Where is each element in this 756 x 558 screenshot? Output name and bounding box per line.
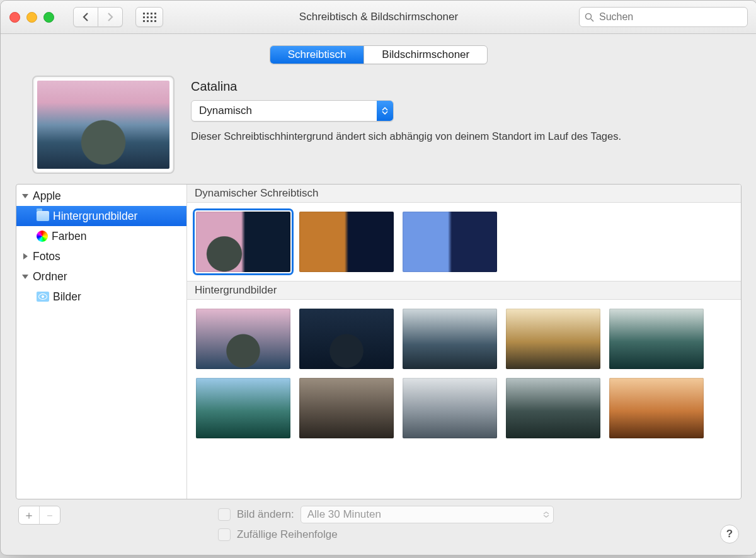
svg-point-0: [586, 13, 592, 19]
zoom-window-button[interactable]: [43, 12, 54, 23]
section-header-dynamic: Dynamischer Schreibtisch: [187, 185, 741, 203]
current-wallpaper-name: Catalina: [191, 79, 734, 94]
sidebar-item-wallpapers[interactable]: Hintergrundbilder: [16, 206, 186, 226]
wallpaper-thumb[interactable]: [299, 378, 394, 438]
popup-stepper-icon: [543, 508, 549, 521]
sidebar-label: Bilder: [53, 290, 81, 304]
sidebar-label: Farben: [52, 230, 86, 243]
search-icon: [585, 13, 594, 22]
sidebar-item-colors[interactable]: Farben: [16, 226, 186, 246]
sidebar-item-pictures[interactable]: Bilder: [16, 287, 186, 307]
wallpaper-thumb[interactable]: [196, 378, 290, 438]
random-order-checkbox[interactable]: [218, 528, 231, 541]
wallpaper-thumb[interactable]: [196, 309, 290, 369]
dynamic-thumbs: [187, 203, 741, 281]
prefs-window: Schreibtisch & Bildschirmschoner Schreib…: [0, 0, 756, 555]
titlebar: Schreibtisch & Bildschirmschoner: [1, 1, 756, 34]
sidebar-group-photos[interactable]: Fotos: [16, 246, 186, 266]
sidebar-group-folders[interactable]: Ordner: [16, 266, 186, 287]
svg-line-1: [591, 19, 593, 21]
forward-button[interactable]: [98, 7, 123, 27]
back-button[interactable]: [73, 7, 98, 27]
change-interval-value: Alle 30 Minuten: [307, 508, 381, 521]
wallpaper-thumb[interactable]: [609, 309, 704, 369]
remove-folder-button[interactable]: －: [39, 506, 60, 524]
grid-icon: [143, 13, 156, 22]
tab-desktop[interactable]: Schreibtisch: [270, 46, 364, 64]
content-area: Schreibtisch Bildschirmschoner Catalina …: [1, 34, 756, 555]
sidebar-label: Apple: [33, 190, 61, 203]
change-picture-checkbox[interactable]: [218, 508, 231, 521]
chevron-right-icon: [106, 13, 114, 21]
svg-marker-3: [23, 253, 28, 259]
chevron-left-icon: [82, 13, 89, 21]
pictures-folder-icon: [37, 292, 49, 302]
wallpaper-thumb[interactable]: [299, 309, 394, 369]
tab-selector: Schreibtisch Bildschirmschoner: [270, 45, 488, 64]
add-remove-folder: ＋ －: [18, 506, 60, 525]
wallpaper-description: Dieser Schreibtischhintergrund ändert si…: [191, 130, 734, 142]
sidebar-label: Hintergrundbilder: [53, 210, 137, 223]
svg-marker-4: [22, 275, 28, 279]
folder-icon: [37, 211, 49, 221]
change-picture-label: Bild ändern:: [237, 508, 294, 521]
current-wallpaper-area: Catalina Dynamisch Dieser Schreibtischhi…: [16, 76, 742, 184]
wallpaper-thumb[interactable]: [609, 378, 704, 438]
still-thumbs: [187, 300, 741, 447]
minimize-window-button[interactable]: [26, 12, 37, 23]
wallpaper-thumb[interactable]: [506, 309, 600, 369]
dynamic-wallpaper-catalina[interactable]: [196, 212, 290, 272]
wallpaper-thumb[interactable]: [403, 378, 497, 438]
wallpaper-thumb[interactable]: [506, 378, 600, 438]
footer-controls: ＋ － Bild ändern: Alle 30 Minuten: [16, 499, 742, 544]
sidebar-label: Fotos: [33, 250, 60, 263]
popup-stepper-icon: [377, 101, 393, 121]
disclosure-down-icon: [21, 273, 29, 280]
appearance-mode-popup[interactable]: Dynamisch: [191, 100, 394, 122]
color-wheel-icon: [37, 231, 48, 242]
change-interval-popup[interactable]: Alle 30 Minuten: [301, 506, 554, 523]
wallpaper-thumb[interactable]: [403, 309, 497, 369]
add-folder-button[interactable]: ＋: [19, 506, 39, 524]
svg-marker-2: [22, 194, 28, 198]
dynamic-wallpaper-mojave[interactable]: [299, 212, 394, 272]
nav-buttons: [73, 7, 123, 27]
wallpaper-preview-image: [37, 81, 169, 169]
help-button[interactable]: ?: [720, 525, 739, 544]
tab-screensaver[interactable]: Bildschirmschoner: [364, 46, 487, 64]
disclosure-right-icon: [21, 253, 29, 260]
current-wallpaper-preview: [32, 76, 175, 174]
window-controls: [9, 12, 54, 23]
sidebar-label: Ordner: [33, 270, 67, 283]
dynamic-wallpaper-solar[interactable]: [403, 212, 497, 272]
appearance-mode-value: Dynamisch: [192, 105, 377, 117]
wallpaper-gallery: Dynamischer Schreibtisch Hintergrundbild…: [187, 185, 741, 499]
search-input[interactable]: [598, 11, 742, 23]
source-sidebar: Apple Hintergrundbilder Farben Fotos Ord…: [16, 185, 187, 499]
disclosure-down-icon: [21, 192, 29, 200]
show-all-button[interactable]: [135, 7, 163, 27]
close-window-button[interactable]: [9, 12, 20, 23]
sidebar-group-apple[interactable]: Apple: [16, 186, 186, 206]
search-field[interactable]: [579, 7, 748, 27]
section-header-still: Hintergrundbilder: [187, 281, 741, 300]
wallpaper-browser: Apple Hintergrundbilder Farben Fotos Ord…: [16, 184, 742, 499]
random-order-label: Zufällige Reihenfolge: [237, 528, 338, 541]
